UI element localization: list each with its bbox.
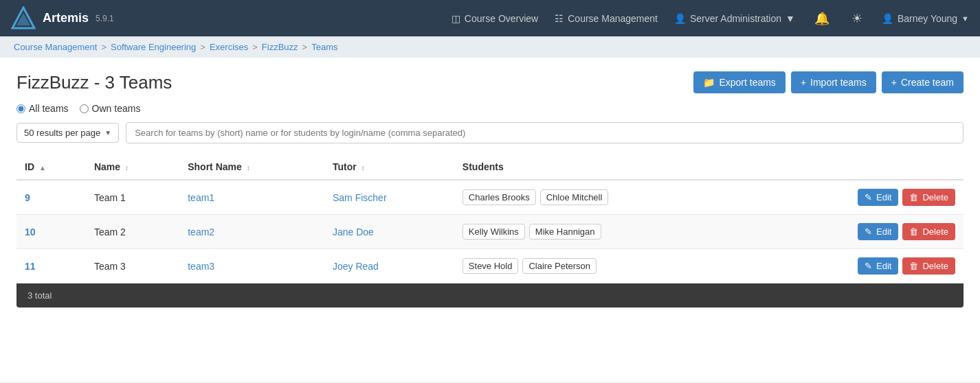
filter-own-teams-radio[interactable] (80, 104, 89, 113)
cell-name: Team 3 (86, 249, 179, 283)
navbar-links: ◫ Course Overview ☷ Course Management 👤 … (452, 8, 969, 29)
col-actions (753, 154, 964, 180)
page-title: FizzBuzz - 3 Teams (16, 72, 172, 93)
header-actions: 📁 Export teams + Import teams + Create t… (693, 71, 964, 93)
col-id: ID ▲ (16, 154, 86, 180)
user-chevron-icon: ▼ (961, 14, 969, 23)
table-icon: ☷ (555, 13, 564, 24)
tutor-link[interactable]: Jane Doe (333, 227, 374, 237)
cell-id: 11 (16, 249, 86, 283)
table-header: ID ▲ Name ↕ Short Name ↕ Tutor ↕ Student… (16, 154, 964, 180)
sort-name-icon[interactable]: ↕ (125, 164, 129, 172)
navbar: Artemis 5.9.1 ◫ Course Overview ☷ Course… (0, 0, 980, 36)
cell-tutor: Sam Fischer (324, 180, 454, 215)
filter-row: All teams Own teams (16, 103, 964, 114)
pencil-icon: ✎ (865, 227, 872, 237)
user-avatar-icon: 👤 (882, 13, 893, 24)
cell-id: 10 (16, 215, 86, 249)
cell-actions: ✎ Edit🗑 Delete (753, 215, 964, 249)
short-name-link[interactable]: team1 (188, 192, 214, 203)
breadcrumb-course-management[interactable]: Course Management (14, 42, 97, 52)
nav-server-administration[interactable]: 👤 Server Administration ▼ (674, 13, 795, 24)
per-page-dropdown[interactable]: 50 results per page ▼ (16, 123, 119, 143)
cell-actions: ✎ Edit🗑 Delete (753, 180, 964, 215)
export-icon: 📁 (703, 77, 715, 88)
chevron-down-icon: ▼ (104, 129, 111, 137)
plus-icon: + (891, 77, 897, 88)
cell-short-name: team1 (179, 180, 324, 215)
nav-course-overview[interactable]: ◫ Course Overview (452, 13, 538, 24)
short-name-link[interactable]: team3 (188, 261, 214, 272)
total-count: 3 total (27, 290, 52, 301)
col-short-name: Short Name ↕ (179, 154, 324, 180)
student-badge: Kelly Wilkins (463, 224, 525, 240)
filter-all-teams-label[interactable]: All teams (16, 103, 69, 114)
cell-name: Team 2 (86, 215, 179, 249)
trash-icon: 🗑 (909, 227, 918, 237)
short-name-link[interactable]: team2 (188, 227, 214, 237)
tutor-link[interactable]: Sam Fischer (333, 192, 387, 203)
breadcrumb-sep-3: > (252, 42, 258, 52)
cell-tutor: Joey Read (324, 249, 454, 283)
app-version: 5.9.1 (96, 14, 114, 23)
search-input[interactable] (126, 122, 964, 143)
breadcrumb-exercises[interactable]: Exercises (210, 42, 248, 52)
student-badge: Mike Hannigan (529, 224, 601, 240)
theme-icon[interactable]: ☀ (849, 8, 865, 29)
notification-icon[interactable]: 🔔 (812, 8, 832, 29)
table-row: 11Team 3team3Joey ReadSteve HoldClaire P… (16, 249, 964, 283)
team-id-link[interactable]: 11 (25, 261, 36, 272)
cell-short-name: team3 (179, 249, 324, 283)
grid-icon: ◫ (452, 13, 460, 24)
chevron-down-icon: ▼ (786, 13, 795, 24)
edit-button[interactable]: ✎ Edit (858, 189, 898, 206)
pencil-icon: ✎ (865, 261, 872, 271)
sort-tutor-icon[interactable]: ↕ (361, 164, 365, 172)
team-id-link[interactable]: 10 (25, 227, 36, 237)
breadcrumb-sep-4: > (302, 42, 308, 52)
student-badge: Charles Brooks (463, 189, 536, 205)
breadcrumb: Course Management > Software Engineering… (0, 36, 980, 58)
main-content: FizzBuzz - 3 Teams 📁 Export teams + Impo… (0, 58, 980, 382)
delete-button[interactable]: 🗑 Delete (902, 223, 955, 240)
toolbar-row: 50 results per page ▼ (16, 122, 964, 143)
student-badge: Chloe Mitchell (540, 189, 609, 205)
tutor-link[interactable]: Joey Read (333, 261, 379, 272)
create-team-button[interactable]: + Create team (882, 71, 964, 93)
cell-short-name: team2 (179, 215, 324, 249)
breadcrumb-fizzbuzz[interactable]: FizzBuzz (262, 42, 298, 52)
user-icon: 👤 (674, 13, 686, 24)
table-row: 10Team 2team2Jane DoeKelly WilkinsMike H… (16, 215, 964, 249)
app-name: Artemis (43, 11, 89, 25)
breadcrumb-software-engineering[interactable]: Software Engineering (111, 42, 196, 52)
sort-id-icon[interactable]: ▲ (39, 164, 46, 172)
export-teams-button[interactable]: 📁 Export teams (693, 71, 785, 93)
edit-button[interactable]: ✎ Edit (858, 257, 898, 275)
teams-table: ID ▲ Name ↕ Short Name ↕ Tutor ↕ Student… (16, 154, 964, 283)
delete-button[interactable]: 🗑 Delete (902, 257, 955, 275)
import-icon: + (801, 77, 806, 88)
table-body: 9Team 1team1Sam FischerCharles BrooksChl… (16, 180, 964, 283)
sort-shortname-icon[interactable]: ↕ (247, 164, 250, 172)
team-id-link[interactable]: 9 (25, 192, 30, 203)
col-tutor: Tutor ↕ (324, 154, 454, 180)
edit-button[interactable]: ✎ Edit (858, 223, 898, 240)
delete-button[interactable]: 🗑 Delete (902, 189, 955, 206)
nav-course-management[interactable]: ☷ Course Management (555, 13, 658, 24)
user-menu[interactable]: 👤 Barney Young ▼ (882, 13, 969, 24)
trash-icon: 🗑 (909, 192, 918, 202)
app-logo (11, 6, 36, 31)
cell-students: Steve HoldClaire Peterson (454, 249, 754, 283)
trash-icon: 🗑 (909, 261, 918, 271)
cell-students: Kelly WilkinsMike Hannigan (454, 215, 754, 249)
breadcrumb-sep-1: > (101, 42, 107, 52)
breadcrumb-teams[interactable]: Teams (311, 42, 337, 52)
filter-all-teams-radio[interactable] (16, 104, 25, 113)
col-name: Name ↕ (86, 154, 179, 180)
col-students: Students (454, 154, 754, 180)
cell-students: Charles BrooksChloe Mitchell (454, 180, 754, 215)
pencil-icon: ✎ (865, 192, 872, 202)
filter-own-teams-label[interactable]: Own teams (80, 103, 141, 114)
import-teams-button[interactable]: + Import teams (791, 71, 876, 93)
table-row: 9Team 1team1Sam FischerCharles BrooksChl… (16, 180, 964, 215)
